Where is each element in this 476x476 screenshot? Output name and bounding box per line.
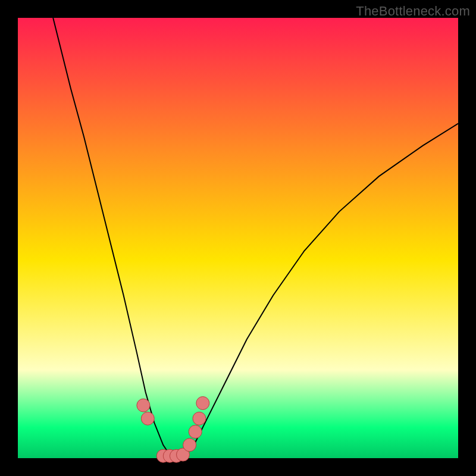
highlight-marker	[137, 399, 150, 412]
watermark-label: TheBottleneck.com	[356, 4, 470, 19]
highlight-marker	[196, 397, 209, 410]
chart-frame: TheBottleneck.com	[0, 0, 476, 476]
highlight-marker	[189, 425, 202, 439]
bottleneck-chart	[0, 0, 476, 476]
highlight-marker	[183, 439, 196, 452]
highlight-marker	[141, 412, 154, 425]
plot-background-gradient	[18, 18, 458, 458]
highlight-marker	[193, 412, 206, 425]
